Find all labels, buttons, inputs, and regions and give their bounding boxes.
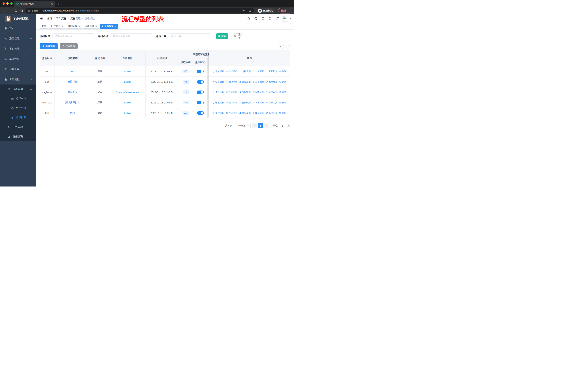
- tab-process-model[interactable]: 流程模型✕: [100, 24, 118, 29]
- home-button[interactable]: [19, 9, 24, 12]
- sidebar-item-payment[interactable]: ¥ 支付管理: [0, 44, 36, 54]
- delete-link[interactable]: 删除: [279, 101, 286, 104]
- assign-rule-link[interactable]: 分配规则: [239, 101, 251, 104]
- active-toggle[interactable]: [197, 91, 204, 94]
- publish-process-link[interactable]: 发布流程: [252, 111, 264, 115]
- design-process-link[interactable]: 设计流程: [226, 80, 237, 83]
- prev-page-button[interactable]: ‹: [252, 123, 257, 128]
- form-info-link[interactable]: /bpm/oa/leave/create: [116, 91, 139, 94]
- sidebar-item-home[interactable]: 首页: [0, 23, 36, 33]
- process-name-input[interactable]: [111, 33, 152, 39]
- delete-link[interactable]: 删除: [279, 80, 286, 83]
- sidebar-item-devtools[interactable]: 研发工具: [0, 64, 36, 74]
- sidebar-item-leave-query[interactable]: 请假查询: [0, 132, 36, 141]
- assign-rule-link[interactable]: 分配规则: [239, 70, 251, 73]
- design-process-link[interactable]: 设计流程: [226, 111, 237, 115]
- assign-rule-link[interactable]: 分配规则: [239, 91, 251, 94]
- process-name-link[interactable]: 测试多审批人: [65, 101, 80, 104]
- process-definition-link[interactable]: 流程定义: [266, 101, 277, 104]
- form-info-link[interactable]: biubiu: [124, 112, 130, 114]
- sidebar-item-process-form[interactable]: 流程表单: [0, 94, 36, 103]
- back-button[interactable]: ←: [2, 9, 7, 13]
- search-button[interactable]: 搜索: [216, 33, 228, 39]
- address-bar[interactable]: 不安全 dashboard.yudao.iocoder.cn/bpm/manag…: [25, 8, 254, 13]
- search-icon[interactable]: [247, 17, 251, 20]
- refresh-table-button[interactable]: [286, 44, 292, 49]
- form-info-link[interactable]: biubiu: [124, 81, 130, 83]
- sidebar-item-task-management[interactable]: 任务管理: [0, 122, 36, 132]
- show-search-button[interactable]: [279, 44, 284, 49]
- edit-process-link[interactable]: 修改流程: [212, 80, 224, 83]
- fullscreen-icon[interactable]: [268, 17, 272, 20]
- minimize-window-button[interactable]: [6, 2, 9, 5]
- form-info-link[interactable]: biubiu: [124, 101, 130, 104]
- breadcrumb-home[interactable]: 首页: [47, 17, 52, 20]
- sidebar-item-infrastructure[interactable]: 基础设施: [0, 54, 36, 64]
- edit-process-link[interactable]: 修改流程: [212, 101, 224, 104]
- edit-process-link[interactable]: 修改流程: [212, 70, 224, 73]
- publish-process-link[interactable]: 发布流程: [252, 80, 264, 83]
- tab-home[interactable]: 首页: [40, 24, 48, 29]
- process-name-link[interactable]: OA 请假: [68, 91, 77, 94]
- process-name-link[interactable]: 自己审批: [68, 80, 78, 83]
- sidebar-item-user-group[interactable]: 用户分组: [0, 103, 36, 113]
- browser-menu-icon[interactable]: ⋮: [288, 9, 290, 12]
- process-name-link[interactable]: eeee: [70, 70, 75, 73]
- publish-process-link[interactable]: 发布流程: [252, 101, 264, 104]
- reset-button[interactable]: 重置: [232, 33, 243, 39]
- close-icon[interactable]: ✕: [95, 25, 97, 28]
- assign-rule-link[interactable]: 分配规则: [239, 80, 251, 83]
- page-size-select[interactable]: 10条/页: [235, 123, 251, 128]
- create-process-button[interactable]: 新建流程: [40, 43, 58, 49]
- delete-link[interactable]: 删除: [279, 91, 286, 94]
- forward-button[interactable]: →: [8, 9, 12, 13]
- avatar[interactable]: [283, 16, 288, 21]
- security-status[interactable]: 不安全: [28, 9, 38, 12]
- delete-link[interactable]: 删除: [279, 111, 286, 115]
- active-toggle[interactable]: [197, 70, 204, 73]
- design-process-link[interactable]: 设计流程: [226, 101, 237, 104]
- browser-tab[interactable]: 芋道管理系统 ✕: [14, 1, 55, 7]
- reload-button[interactable]: [13, 9, 18, 12]
- breadcrumb-workflow[interactable]: 工作流程: [56, 17, 66, 20]
- close-icon[interactable]: ✕: [78, 25, 80, 28]
- process-id-input[interactable]: [52, 33, 94, 39]
- active-toggle[interactable]: [197, 111, 204, 115]
- tab-tenant[interactable]: 租户管理✕: [49, 24, 65, 29]
- sidebar-item-process-management[interactable]: 流程管理: [0, 84, 36, 94]
- tab-my-process[interactable]: 我的流程✕: [66, 24, 82, 29]
- tab-close-icon[interactable]: ✕: [51, 2, 53, 6]
- sidebar-item-workflow[interactable]: 工作流程: [0, 74, 36, 84]
- current-page-button[interactable]: 1: [258, 123, 263, 128]
- app-logo[interactable]: 芋道管理系统: [0, 14, 36, 23]
- process-definition-link[interactable]: 流程定义: [266, 80, 277, 83]
- new-tab-button[interactable]: +: [58, 1, 60, 6]
- edit-process-link[interactable]: 修改流程: [212, 111, 224, 115]
- delete-link[interactable]: 删除: [279, 70, 286, 73]
- design-process-link[interactable]: 设计流程: [226, 91, 237, 94]
- sidebar-item-process-model[interactable]: 流程模型: [0, 113, 36, 122]
- publish-process-link[interactable]: 发布流程: [252, 70, 264, 73]
- active-toggle[interactable]: [197, 80, 204, 84]
- password-key-icon[interactable]: [242, 9, 245, 12]
- form-info-link[interactable]: biubiu: [124, 70, 130, 73]
- process-definition-link[interactable]: 流程定义: [266, 91, 277, 94]
- design-process-link[interactable]: 设计流程: [226, 70, 237, 73]
- import-process-button[interactable]: 导入流程: [60, 43, 78, 49]
- edit-process-link[interactable]: 修改流程: [212, 91, 224, 94]
- goto-page-input[interactable]: [279, 123, 286, 128]
- bookmark-star-icon[interactable]: [248, 9, 251, 12]
- help-icon[interactable]: [261, 17, 265, 20]
- active-toggle[interactable]: [197, 101, 204, 104]
- close-window-button[interactable]: [2, 2, 5, 5]
- sidebar-item-system[interactable]: 系统管理: [0, 33, 36, 44]
- tab-process-form[interactable]: 流程表单✕: [83, 24, 99, 29]
- breadcrumb-process-management[interactable]: 流程管理: [70, 17, 81, 20]
- chrome-update-button[interactable]: 更新 ⋮: [278, 8, 292, 13]
- collapse-sidebar-icon[interactable]: [40, 17, 43, 20]
- zoom-window-button[interactable]: [10, 2, 13, 5]
- assign-rule-link[interactable]: 分配规则: [239, 111, 251, 115]
- window-controls[interactable]: [2, 2, 13, 5]
- close-icon[interactable]: ✕: [115, 25, 116, 28]
- process-name-link[interactable]: 滔博: [70, 111, 75, 115]
